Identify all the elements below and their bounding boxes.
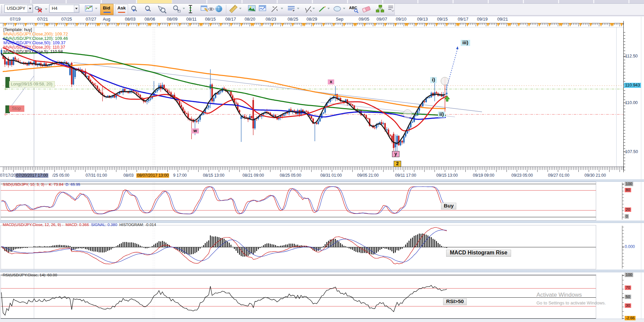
svg-text:F: F: [293, 9, 295, 12]
